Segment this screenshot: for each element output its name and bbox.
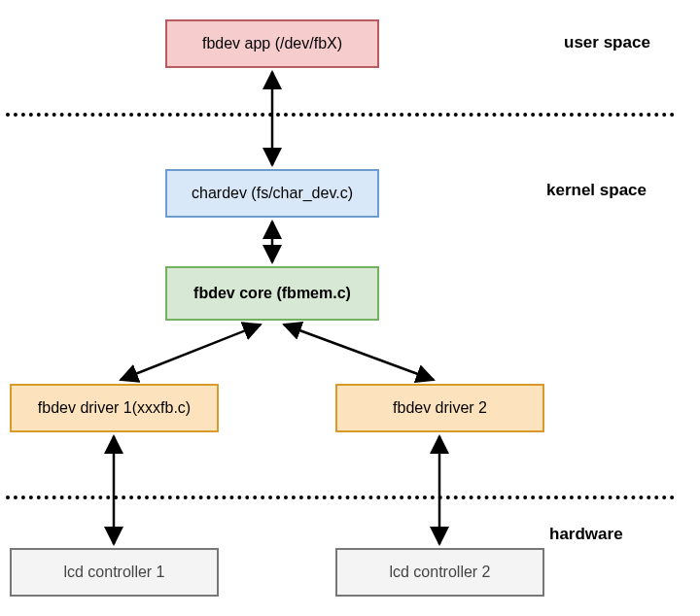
divider-user-kernel [6,113,675,117]
label-user-space: user space [564,33,650,52]
box-lcd-controller1: lcd controller 1 [10,548,219,597]
label-hardware: hardware [549,525,623,544]
label-kernel-space: kernel space [546,181,647,200]
box-fbdev-driver1: fbdev driver 1(xxxfb.c) [10,384,219,432]
arrow-core-driver1 [121,325,261,380]
box-fbdev-app: fbdev app (/dev/fbX) [165,19,379,68]
box-chardev: chardev (fs/char_dev.c) [165,169,379,218]
divider-kernel-hardware [6,496,675,499]
box-lcd-controller2: lcd controller 2 [335,548,544,597]
box-fbdev-driver2: fbdev driver 2 [335,384,544,432]
box-fbdev-core: fbdev core (fbmem.c) [165,266,379,321]
arrow-core-driver2 [284,325,434,380]
